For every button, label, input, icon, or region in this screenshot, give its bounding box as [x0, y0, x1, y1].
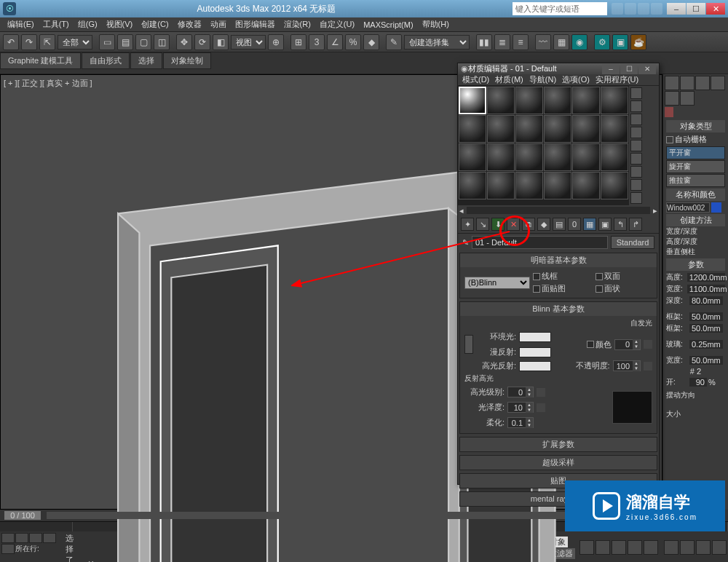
menu-help[interactable]: 帮助(H): [418, 19, 454, 30]
space-cat-icon[interactable]: [712, 107, 721, 117]
options-icon[interactable]: [630, 166, 642, 178]
render-frame-button[interactable]: ▣: [612, 34, 628, 50]
display-tab-icon[interactable]: [665, 91, 679, 106]
faceted-check[interactable]: 面状: [596, 283, 652, 294]
sample-slot-12[interactable]: [601, 115, 628, 143]
ribbon-tab-graphite[interactable]: Graphite 建模工具: [0, 52, 81, 69]
sample-slot-1[interactable]: [459, 87, 486, 114]
sample-slot-5[interactable]: [572, 87, 600, 114]
render-setup-button[interactable]: ⚙: [594, 34, 610, 50]
facemap-check[interactable]: 面贴图: [533, 283, 590, 294]
mat-menu-material[interactable]: 材质(M): [495, 74, 523, 85]
reset-map-icon[interactable]: ✕: [507, 218, 520, 231]
angle-snap-button[interactable]: ∠: [327, 34, 343, 50]
named-selset-dropdown[interactable]: 创建选择集: [404, 35, 470, 50]
make-unique-icon[interactable]: ◆: [537, 218, 550, 231]
go-forward-icon[interactable]: ↱: [629, 218, 642, 231]
opacity-map-button[interactable]: [644, 362, 652, 371]
go-parent-icon[interactable]: ↰: [614, 218, 627, 231]
menu-custom[interactable]: 自定义(U): [315, 19, 359, 30]
menu-graph[interactable]: 图形编辑器: [231, 19, 280, 30]
uv-tile-icon[interactable]: [630, 127, 642, 138]
favorites-icon[interactable]: [638, 3, 649, 15]
assign-to-selection-icon[interactable]: ⬇: [491, 218, 505, 231]
scale-button[interactable]: ◧: [213, 34, 229, 50]
menu-edit[interactable]: 编辑(E): [3, 19, 39, 30]
ribbon-tab-freeform[interactable]: 自由形式: [82, 52, 130, 69]
mat-menu-options[interactable]: 选项(O): [562, 74, 590, 85]
link-button[interactable]: ⇱: [39, 34, 55, 50]
nav-zoom-button[interactable]: [680, 540, 695, 555]
sample-slot-13[interactable]: [459, 143, 486, 171]
ambient-swatch[interactable]: [519, 332, 551, 342]
backlight-icon[interactable]: [630, 100, 642, 112]
undo-button[interactable]: ↶: [3, 34, 19, 50]
sample-scrollbar[interactable]: ◂▸: [458, 205, 659, 215]
utilities-tab-icon[interactable]: [680, 91, 695, 106]
align-button[interactable]: ≣: [494, 34, 510, 50]
close-button[interactable]: ✕: [706, 3, 725, 15]
sample-slot-19[interactable]: [459, 172, 486, 199]
gloss-spinner[interactable]: 10▲▼: [507, 402, 534, 413]
hierarchy-tab-icon[interactable]: [695, 76, 710, 90]
speclevel-spinner[interactable]: 0▲▼: [507, 387, 534, 397]
sample-slot-8[interactable]: [487, 115, 515, 143]
sample-slot-16[interactable]: [544, 143, 571, 171]
diffuse-swatch[interactable]: [519, 347, 551, 357]
manip-button[interactable]: ⊞: [290, 34, 306, 50]
shader-rollout-title[interactable]: 明暗器基本参数: [460, 253, 657, 267]
refcoord-dropdown[interactable]: 视图: [231, 35, 266, 50]
put-to-lib-icon[interactable]: ▤: [553, 218, 566, 231]
make-copy-icon[interactable]: ⧉: [522, 218, 535, 231]
sample-slot-21[interactable]: [515, 172, 543, 199]
sample-slot-2[interactable]: [487, 87, 515, 114]
preview-icon[interactable]: [630, 153, 642, 165]
put-to-scene-icon[interactable]: ↘: [476, 218, 489, 231]
menu-render[interactable]: 渲染(R): [280, 19, 315, 30]
soften-spinner[interactable]: 0.1▲▼: [507, 417, 534, 428]
background-icon[interactable]: [630, 114, 642, 125]
scope-dropdown[interactable]: 全部: [58, 35, 92, 50]
object-name-input[interactable]: [666, 202, 710, 213]
open-value[interactable]: 90: [689, 378, 707, 387]
curve-editor-button[interactable]: 〰: [535, 34, 551, 50]
sample-slot-15[interactable]: [515, 143, 543, 171]
sample-slot-22[interactable]: [544, 172, 571, 199]
window-cross-button[interactable]: ◫: [154, 34, 170, 50]
menu-group[interactable]: 组(G): [74, 19, 102, 30]
sample-slot-7[interactable]: [459, 115, 486, 143]
search-box[interactable]: 键入关键字或短语: [513, 2, 607, 15]
sample-slot-23[interactable]: [572, 172, 600, 199]
menu-view[interactable]: 视图(V): [102, 19, 138, 30]
cm-wd[interactable]: 宽度/深度: [666, 226, 725, 237]
sample-slot-18[interactable]: [601, 143, 628, 171]
sample-slot-3[interactable]: [515, 87, 543, 114]
sample-slot-20[interactable]: [487, 172, 515, 199]
cam-cat-icon[interactable]: [693, 107, 702, 117]
select-name-button[interactable]: ▤: [117, 34, 133, 50]
shader-select[interactable]: (B)Blinn: [464, 277, 530, 289]
time-slider[interactable]: 0 / 100: [4, 511, 41, 520]
sample-slot-4[interactable]: [544, 87, 571, 114]
sample-slot-11[interactable]: [572, 115, 600, 143]
wintype-sliding[interactable]: 推拉窗: [666, 174, 725, 187]
mat-menu-nav[interactable]: 导航(N): [529, 74, 556, 85]
frameh-value[interactable]: 50.0mm: [689, 312, 723, 321]
height-value[interactable]: 1200.0mm: [687, 273, 725, 282]
sample-type-icon[interactable]: [630, 87, 642, 99]
infocenter-icon[interactable]: [612, 3, 623, 15]
material-type-button[interactable]: Standard: [611, 236, 654, 249]
wintype-casement[interactable]: 平开窗: [666, 146, 725, 159]
speclevel-map-button[interactable]: [537, 388, 545, 397]
material-id-icon[interactable]: 0: [568, 218, 581, 231]
self-illum-map-button[interactable]: [644, 340, 652, 349]
sample-slot-17[interactable]: [572, 143, 600, 171]
mirror-button[interactable]: ▮▮: [476, 34, 492, 50]
modify-tab-icon[interactable]: [680, 76, 695, 90]
autogrid-check[interactable]: [666, 136, 673, 143]
cm-vertcol[interactable]: 垂直侧柱: [666, 247, 725, 257]
snap-button[interactable]: 3: [309, 34, 325, 50]
redo-button[interactable]: ↷: [21, 34, 37, 50]
create-tab-icon[interactable]: [665, 76, 679, 90]
menu-tools[interactable]: 工具(T): [39, 19, 74, 30]
